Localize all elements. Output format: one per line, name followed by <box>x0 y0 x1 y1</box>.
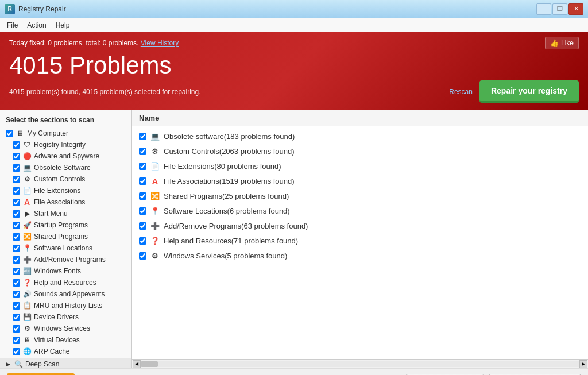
mru-icon: 📋 <box>22 301 32 310</box>
sidebar: Select the sections to scan 🖥 My Compute… <box>0 110 132 368</box>
sidebar-item-mru[interactable]: 📋 MRU and History Lists <box>0 300 131 311</box>
result-checkbox-helpres[interactable] <box>139 237 146 245</box>
sidebar-item-start-menu[interactable]: ▶ Start Menu <box>0 208 131 219</box>
checkbox-startup[interactable] <box>13 222 20 229</box>
menu-help[interactable]: Help <box>51 20 75 30</box>
result-checkbox-ext[interactable] <box>139 163 146 170</box>
repair-button[interactable]: Repair your registry <box>479 80 579 103</box>
titlebar-controls: – ❐ ✕ <box>536 3 583 15</box>
scroll-right-arrow[interactable]: ▶ <box>579 360 587 368</box>
checkbox-arp[interactable] <box>13 348 20 355</box>
checkbox-mru[interactable] <box>13 302 20 310</box>
sidebar-item-software-loc[interactable]: 📍 Software Locations <box>0 242 131 254</box>
sidebar-item-registry-integrity[interactable]: 🛡 Registry Integrity <box>0 139 131 150</box>
checkbox-custom-controls[interactable] <box>13 176 20 183</box>
checkbox-start-menu[interactable] <box>13 210 20 218</box>
checkbox-registry-integrity[interactable] <box>13 141 20 149</box>
sidebar-item-add-remove[interactable]: ➕ Add/Remove Programs <box>0 254 131 265</box>
minimize-button[interactable]: – <box>536 3 551 15</box>
result-item-addrem[interactable]: ➕ Add/Remove Programs(63 problems found) <box>132 218 588 233</box>
view-history-link[interactable]: View History <box>141 39 179 47</box>
checkbox-drivers[interactable] <box>13 314 20 321</box>
checkbox-help[interactable] <box>13 279 20 287</box>
sidebar-item-shared[interactable]: 🔀 Shared Programs <box>0 231 131 242</box>
file-assoc-icon: A <box>22 198 32 207</box>
label-adware: Adware and Spyware <box>34 152 99 160</box>
label-drivers: Device Drivers <box>34 313 79 321</box>
restore-button[interactable]: ❐ <box>552 3 567 15</box>
result-label-shared: Shared Programs(25 problems found) <box>164 192 289 200</box>
sidebar-item-file-ext[interactable]: 📄 File Extensions <box>0 185 131 196</box>
checkbox-win-svc[interactable] <box>13 325 20 333</box>
result-item-obsolete[interactable]: 💻 Obsolete software(183 problems found) <box>132 129 588 144</box>
sidebar-item-drivers[interactable]: 💾 Device Drivers <box>0 311 131 323</box>
scroll-track[interactable] <box>141 361 579 367</box>
label-fonts: Windows Fonts <box>34 267 81 275</box>
result-icon-ext: 📄 <box>150 161 160 171</box>
rescan-link[interactable]: Rescan <box>449 88 473 96</box>
checkbox-shared[interactable] <box>13 233 20 241</box>
result-checkbox-softloc[interactable] <box>139 207 146 215</box>
result-item-assoc[interactable]: A File Associations(1519 problems found) <box>132 173 588 188</box>
result-icon-obsolete: 💻 <box>150 131 160 141</box>
result-item-shared[interactable]: 🔀 Shared Programs(25 problems found) <box>132 188 588 203</box>
activate-button[interactable]: Activate Now <box>7 373 75 376</box>
deep-scan-icon: 🔍 <box>14 359 23 368</box>
sidebar-item-win-svc[interactable]: ⚙ Windows Services <box>0 323 131 334</box>
software-loc-icon: 📍 <box>22 243 32 253</box>
checkbox-obsolete[interactable] <box>13 164 20 172</box>
drivers-icon: 💾 <box>22 312 32 322</box>
result-item-controls[interactable]: ⚙ Custom Controls(2063 problems found) <box>132 144 588 158</box>
label-deep-scan: Deep Scan <box>25 360 59 368</box>
close-button[interactable]: ✕ <box>568 3 583 15</box>
sidebar-item-deep-scan[interactable]: ▶ 🔍 Deep Scan <box>0 358 131 368</box>
label-add-remove: Add/Remove Programs <box>34 256 106 264</box>
result-checkbox-addrem[interactable] <box>139 222 146 230</box>
checkbox-software-loc[interactable] <box>13 245 20 252</box>
banner-today-text: Today fixed: 0 problems, total: 0 proble… <box>9 39 179 47</box>
scroll-left-arrow[interactable]: ◀ <box>133 360 141 368</box>
result-checkbox-controls[interactable] <box>139 148 146 155</box>
checkbox-adware[interactable] <box>13 153 20 160</box>
checkbox-fonts[interactable] <box>13 268 20 275</box>
label-startup: Startup Programs <box>34 221 88 229</box>
label-win-svc: Windows Services <box>34 324 90 333</box>
scroll-thumb[interactable] <box>141 361 158 367</box>
result-checkbox-assoc[interactable] <box>139 177 146 185</box>
result-checkbox-winsvc[interactable] <box>139 252 146 260</box>
thumbs-up-icon: 👍 <box>550 39 559 47</box>
result-item-helpres[interactable]: ❓ Help and Resources(71 problems found) <box>132 233 588 248</box>
checkbox-add-remove[interactable] <box>13 256 20 264</box>
result-checkbox-shared[interactable] <box>139 192 146 200</box>
banner-subtitle: 4015 problem(s) found, 4015 problem(s) s… <box>9 88 201 96</box>
sidebar-item-arp[interactable]: 🌐 ARP Cache <box>0 346 131 357</box>
sidebar-item-startup[interactable]: 🚀 Startup Programs <box>0 219 131 231</box>
sidebar-item-help[interactable]: ❓ Help and Resources <box>0 277 131 288</box>
sidebar-item-custom-controls[interactable]: ⚙ Custom Controls <box>0 173 131 185</box>
result-label-winsvc: Windows Services(5 problems found) <box>164 252 287 260</box>
like-button[interactable]: 👍 Like <box>545 37 579 49</box>
result-item-ext[interactable]: 📄 File Extensions(80 problems found) <box>132 158 588 173</box>
checkbox-file-assoc[interactable] <box>13 199 20 206</box>
checkbox-virtual[interactable] <box>13 337 20 344</box>
result-item-softloc[interactable]: 📍 Software Locations(6 problems found) <box>132 203 588 218</box>
sidebar-item-file-assoc[interactable]: A File Associations <box>0 196 131 208</box>
sidebar-item-virtual[interactable]: 🖥 Virtual Devices <box>0 334 131 346</box>
sidebar-item-fonts[interactable]: 🔤 Windows Fonts <box>0 265 131 277</box>
checkbox-my-computer[interactable] <box>6 130 13 137</box>
menu-action[interactable]: Action <box>22 20 51 30</box>
result-label-addrem: Add/Remove Programs(63 problems found) <box>164 222 308 230</box>
sidebar-item-adware[interactable]: 🔴 Adware and Spyware <box>0 150 131 162</box>
sidebar-item-obsolete[interactable]: 💻 Obsolete Software <box>0 162 131 173</box>
problems-count: 4015 Problems <box>9 52 579 79</box>
sidebar-item-sounds[interactable]: 🔊 Sounds and Appevents <box>0 288 131 300</box>
result-checkbox-obsolete[interactable] <box>139 133 146 140</box>
result-item-winsvc[interactable]: ⚙ Windows Services(5 problems found) <box>132 248 588 263</box>
label-file-ext: File Extensions <box>34 187 80 195</box>
horizontal-scrollbar[interactable]: ◀ ▶ <box>132 359 588 368</box>
sidebar-item-my-computer[interactable]: 🖥 My Computer <box>0 127 131 139</box>
checkbox-sounds[interactable] <box>13 291 20 298</box>
result-label-obsolete: Obsolete software(183 problems found) <box>164 132 295 141</box>
menu-file[interactable]: File <box>2 20 22 30</box>
checkbox-file-ext[interactable] <box>13 187 20 195</box>
